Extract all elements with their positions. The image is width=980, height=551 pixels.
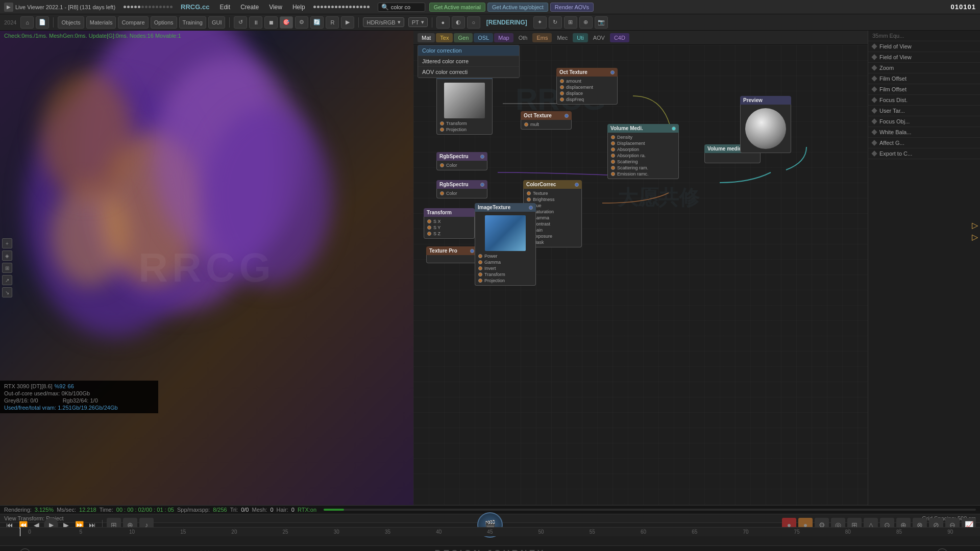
- prop-affect-g[interactable]: Affect G...: [868, 138, 980, 148]
- node-rgb-spectrum-1[interactable]: RgbSpectru Color: [436, 152, 487, 170]
- extra-btn-1[interactable]: ⊕: [579, 16, 593, 29]
- node-transform[interactable]: Transform S X S Y S Z: [424, 208, 475, 239]
- prop-focus-obj[interactable]: Focus Obj...: [868, 116, 980, 127]
- sphere-preview-img: [745, 108, 786, 149]
- prop-field-of-view-2[interactable]: Field of View: [868, 52, 980, 63]
- node-oct-texture-1[interactable]: Oct Texture amount displacement displace…: [556, 68, 618, 105]
- tab-uti[interactable]: Uti: [573, 33, 587, 42]
- port-dot: [440, 128, 444, 132]
- tab-ems[interactable]: Ems: [532, 33, 552, 42]
- prop-film-offset-2[interactable]: Film Offset: [868, 84, 980, 95]
- node-oct-texture-2[interactable]: Oct Texture mult: [521, 111, 572, 130]
- hdr-dropdown[interactable]: HDR/sRGB ▾: [363, 17, 404, 27]
- rotate-btn[interactable]: ↻: [549, 16, 562, 29]
- menu-materials[interactable]: Materials: [86, 16, 116, 29]
- prop-focus-dist[interactable]: Focus Dist.: [868, 95, 980, 106]
- prop-field-of-view-1[interactable]: Field of View: [868, 41, 980, 52]
- viewport-status: Check:0ms./1ms. MeshGen:0ms. Update[G]:0…: [4, 33, 181, 39]
- node-sphere-body: [740, 105, 791, 153]
- tab-gen[interactable]: Gen: [454, 33, 473, 42]
- pt-dropdown[interactable]: PT ▾: [408, 17, 428, 27]
- ruler-40: 40: [413, 529, 464, 535]
- nav-btn-2[interactable]: ⏸: [249, 16, 262, 29]
- node-transform-sz: S Z: [427, 231, 471, 237]
- viewport-watermark-text: RRCG: [138, 244, 275, 291]
- menu-view[interactable]: View: [265, 3, 286, 12]
- node-rgb-spectrum-2[interactable]: RgbSpectru Color: [436, 180, 487, 198]
- left-tool-5[interactable]: ↘: [2, 287, 12, 297]
- search-result-aov[interactable]: AOV color correcti: [418, 67, 519, 78]
- tab-mat[interactable]: Mat: [418, 33, 435, 42]
- extra-btn-2[interactable]: 📷: [595, 16, 608, 29]
- menu-edit[interactable]: Edit: [215, 3, 234, 12]
- left-tool-4[interactable]: ↗: [2, 275, 12, 285]
- top-search-input[interactable]: [391, 4, 422, 10]
- prop-white-balance[interactable]: White Bala...: [868, 127, 980, 138]
- scale-btn[interactable]: ⊞: [564, 16, 577, 29]
- nav-btn-1[interactable]: ↺: [234, 16, 247, 29]
- menu-training[interactable]: Training: [179, 16, 206, 29]
- shape-btn-3[interactable]: ○: [467, 16, 480, 29]
- prop-export-to[interactable]: Export to C...: [868, 148, 980, 159]
- viewport[interactable]: RRCG Check:0ms./1ms. MeshGen:0ms. Update…: [0, 31, 413, 505]
- get-active-tag-button[interactable]: Get Active tag/object: [487, 3, 548, 12]
- menu-options[interactable]: Options: [151, 16, 177, 29]
- menu-create[interactable]: Create: [236, 3, 263, 12]
- node-image-texture[interactable]: ImageTexture Power Gamma Invert Transfor…: [475, 203, 536, 286]
- bottom-globe-left[interactable]: 🌐: [19, 548, 31, 552]
- nav-btn-7[interactable]: R: [326, 16, 339, 29]
- left-tool-2[interactable]: ◈: [2, 251, 12, 261]
- search-result-color-correction[interactable]: Color correction: [418, 45, 519, 56]
- tab-aov[interactable]: AOV: [589, 33, 609, 42]
- prop-user-tar[interactable]: User Tar...: [868, 106, 980, 116]
- tab-tex[interactable]: Tex: [436, 33, 453, 42]
- node-texture-pro-header: Texture Pro: [426, 246, 477, 255]
- node-sphere-preview[interactable]: Preview: [740, 96, 791, 153]
- node-sphere-header: Preview: [740, 96, 791, 105]
- bottom-globe-right[interactable]: 🌐: [937, 548, 948, 552]
- nav-btn-6[interactable]: 🔄: [310, 16, 324, 29]
- main-content: RRCG Check:0ms./1ms. MeshGen:0ms. Update…: [0, 31, 980, 505]
- render-aov-button[interactable]: Render AOVs: [550, 3, 594, 12]
- search-result-jittered[interactable]: Jittered color corre: [418, 56, 519, 67]
- node-rgb1-port-color: Color: [440, 162, 484, 168]
- nav-btn-8[interactable]: ▶: [341, 16, 354, 29]
- port-dot: [478, 266, 482, 270]
- menu-help[interactable]: Help: [288, 3, 309, 12]
- left-tool-1[interactable]: +: [2, 238, 12, 248]
- toolbar-home-btn[interactable]: ⌂: [20, 16, 34, 29]
- shape-btn-1[interactable]: ●: [436, 16, 450, 29]
- top-menu-bar: ▶ Live Viewer 2022.1 - [R8] (131 days le…: [0, 0, 980, 14]
- move-btn[interactable]: ✦: [533, 16, 547, 29]
- bottom-diamond-icon[interactable]: ◇: [4, 548, 15, 552]
- prop-zoom[interactable]: Zoom: [868, 63, 980, 73]
- chevron-down-icon: ▾: [398, 19, 401, 26]
- tab-osl[interactable]: OSL: [474, 33, 493, 42]
- node-noise[interactable]: Noise Transform Projection: [436, 70, 493, 135]
- nav-btn-3[interactable]: ⏹: [264, 16, 278, 29]
- tab-oth[interactable]: Oth: [514, 33, 532, 42]
- nav-btn-4[interactable]: 🎯: [280, 16, 293, 29]
- top-search-box[interactable]: 🔍: [378, 3, 425, 12]
- toolbar-file-btn[interactable]: 📄: [36, 16, 49, 29]
- shape-btn-2[interactable]: ◐: [452, 16, 465, 29]
- image-texture-preview: [485, 215, 526, 251]
- tab-c4d[interactable]: C4D: [610, 33, 629, 42]
- menu-gui[interactable]: GUI: [208, 16, 226, 29]
- ruler-5: 5: [55, 529, 106, 535]
- node-editor[interactable]: Mat Tex Gen OSL Map Oth Ems Mec Uti AOV …: [413, 31, 980, 505]
- tri-label: Tri:: [230, 507, 238, 513]
- menu-compare[interactable]: Compare: [118, 16, 148, 29]
- tab-mec[interactable]: Mec: [553, 33, 572, 42]
- tab-map[interactable]: Map: [494, 33, 513, 42]
- node-transform-sx: S X: [427, 218, 471, 224]
- menu-objects[interactable]: Objects: [58, 16, 84, 29]
- nav-btn-5[interactable]: ⚙: [295, 16, 308, 29]
- node-texture-pro[interactable]: Texture Pro: [426, 246, 477, 263]
- node-volume-medium[interactable]: Volume Medi. Density Displacement Absorp…: [607, 124, 679, 179]
- port-dot: [478, 279, 482, 283]
- get-active-material-button[interactable]: Get Active material: [429, 3, 485, 12]
- prop-film-offset-1[interactable]: Film Offset: [868, 73, 980, 84]
- prop-label: User Tar...: [879, 108, 905, 114]
- left-tool-3[interactable]: ⊞: [2, 263, 12, 273]
